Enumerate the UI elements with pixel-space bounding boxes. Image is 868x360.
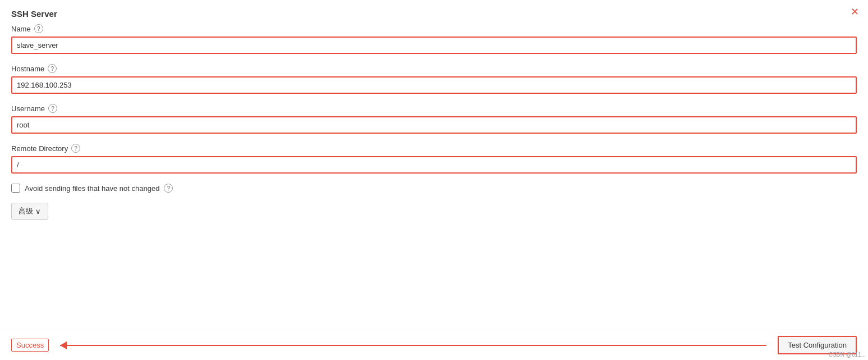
hostname-input[interactable] (11, 76, 857, 94)
ssh-server-dialog: ✕ SSH Server Name ? Hostname ? Username … (0, 0, 868, 360)
username-help-icon[interactable]: ? (48, 104, 57, 113)
arrow-line (60, 345, 766, 346)
arrow-area (60, 345, 766, 346)
remote-directory-help-icon[interactable]: ? (71, 144, 80, 153)
avoid-sending-row: Avoid sending files that have not change… (11, 184, 857, 193)
chevron-down-icon: ∨ (35, 207, 41, 216)
advanced-button[interactable]: 高级 ∨ (11, 203, 48, 220)
success-status: Success (11, 339, 49, 352)
watermark: CSDN @611... (829, 352, 866, 358)
name-label: Name ? (11, 24, 857, 33)
hostname-help-icon[interactable]: ? (48, 64, 57, 73)
hostname-field-group: Hostname ? (11, 64, 857, 94)
username-label: Username ? (11, 104, 857, 113)
remote-directory-input[interactable] (11, 156, 857, 174)
bottom-bar: Success Test Configuration (0, 330, 868, 360)
avoid-sending-help-icon[interactable]: ? (164, 184, 173, 193)
advanced-button-label: 高级 (19, 206, 33, 216)
avoid-sending-label: Avoid sending files that have not change… (25, 184, 159, 193)
remote-directory-label: Remote Directory ? (11, 144, 857, 153)
username-input[interactable] (11, 116, 857, 134)
remote-directory-field-group: Remote Directory ? (11, 144, 857, 174)
name-input[interactable] (11, 37, 857, 54)
close-button[interactable]: ✕ (851, 7, 859, 17)
dialog-title: SSH Server (11, 9, 857, 19)
hostname-label: Hostname ? (11, 64, 857, 73)
username-field-group: Username ? (11, 104, 857, 134)
avoid-sending-checkbox[interactable] (11, 184, 20, 193)
name-field-group: Name ? (11, 24, 857, 54)
name-help-icon[interactable]: ? (34, 24, 43, 33)
